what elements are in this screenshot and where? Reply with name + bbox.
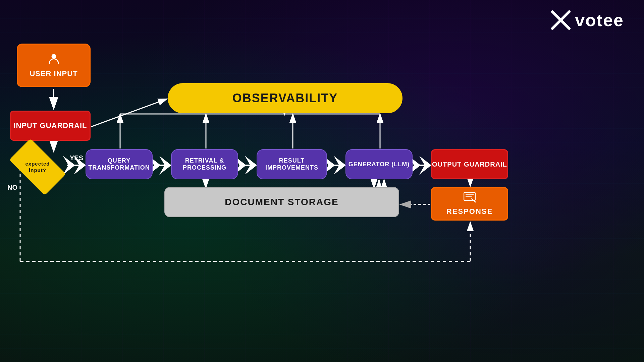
expected-input-label: expectedinput? (12, 152, 63, 182)
document-storage-label: DOCUMENT STORAGE (225, 197, 339, 207)
document-storage-node: DOCUMENT STORAGE (164, 187, 399, 217)
user-input-label: USER INPUT (30, 69, 77, 78)
response-icon (464, 192, 476, 205)
no-label: NO (7, 184, 17, 191)
result-improvements-label: RESULT IMPROVEMENTS (265, 157, 318, 171)
user-input-node: USER INPUT (17, 44, 91, 87)
output-guardrail-label: OUTPUT GUARDRAIL (432, 161, 507, 168)
retrieval-label: RETRIVAL & PROCESSING (183, 157, 226, 171)
yes-label: YES (70, 154, 83, 162)
generator-node: GENERATOR (LLM) (345, 149, 413, 179)
input-guardrail-node: INPUT GUARDRAIL (10, 111, 91, 141)
response-node: RESPONSE (431, 187, 508, 221)
expected-input-diamond: expectedinput? (7, 150, 68, 184)
retrieval-processing-node: RETRIVAL & PROCESSING (171, 149, 238, 179)
user-icon (48, 53, 60, 67)
query-transform-label: QUERY TRANSFORMATION (88, 157, 150, 171)
svg-point-43 (51, 54, 56, 59)
response-label: RESPONSE (446, 207, 493, 216)
input-guardrail-label: INPUT GUARDRAIL (13, 121, 87, 130)
result-improvements-node: RESULT IMPROVEMENTS (257, 149, 327, 179)
query-transformation-node: QUERY TRANSFORMATION (86, 149, 153, 179)
generator-label: GENERATOR (LLM) (348, 161, 410, 168)
observability-label: OBSERVABILITY (232, 91, 338, 105)
output-guardrail-node: OUTPUT GUARDRAIL (431, 149, 508, 179)
diagram: USER INPUT INPUT GUARDRAIL OBSERVABILITY… (0, 0, 644, 362)
observability-node: OBSERVABILITY (168, 83, 402, 113)
